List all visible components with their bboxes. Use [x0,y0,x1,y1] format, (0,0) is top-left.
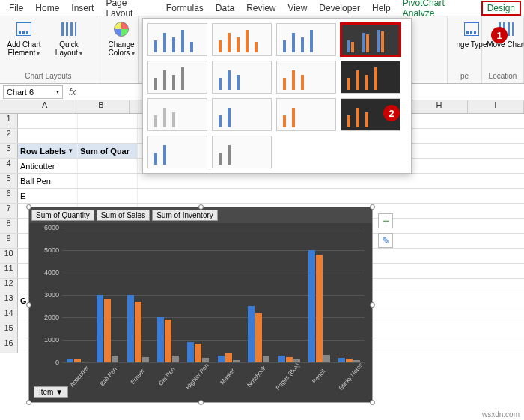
svg-rect-44 [154,153,157,165]
col-A[interactable]: A [17,100,73,113]
bar[interactable] [82,362,88,363]
axis-field-item[interactable]: Item ▼ [34,386,68,398]
field-sum-quantity[interactable]: Sum of Quantity [31,210,94,221]
cell[interactable]: Sum of Quar [78,144,138,158]
bar[interactable] [127,295,134,362]
bar[interactable] [263,356,269,362]
row-header[interactable]: 10 [0,249,18,263]
filter-dropdown-icon[interactable]: ▼ [67,147,73,154]
row-header[interactable]: 4 [0,159,18,173]
row-header[interactable]: 16 [0,338,18,353]
bar-group [335,228,365,362]
cell[interactable]: E [18,189,78,203]
cell[interactable] [78,129,138,143]
cell[interactable]: Row Labels ▼ [18,144,78,158]
tab-help[interactable]: Help [366,1,397,15]
tab-design[interactable]: Design [481,1,521,16]
svg-rect-42 [356,108,359,127]
chart-style-13[interactable] [147,136,207,168]
cell[interactable]: Ball Pen [18,174,78,188]
row-header[interactable]: 14 [0,308,18,323]
chart-style-3[interactable] [276,23,336,56]
bar[interactable] [316,255,323,362]
chart-style-7[interactable] [276,61,336,94]
bar[interactable] [157,317,164,362]
bar[interactable] [172,356,179,362]
tab-formulas[interactable]: Formulas [160,1,210,15]
cell[interactable]: Anticutter [18,159,78,173]
tab-file[interactable]: File [3,1,29,15]
row-header[interactable]: 8 [0,219,18,233]
bar[interactable] [248,306,255,362]
bar[interactable] [165,320,171,362]
bar[interactable] [278,356,285,362]
col-H[interactable]: H [411,100,467,113]
row-header[interactable]: 13 [0,293,18,308]
cell[interactable] [78,114,138,128]
row-header[interactable]: 5 [0,174,18,188]
tab-home[interactable]: Home [29,1,65,15]
bar[interactable] [255,313,262,362]
row-header[interactable]: 15 [0,323,18,338]
svg-rect-40 [292,108,295,127]
bar[interactable] [308,250,315,362]
tab-data[interactable]: Data [210,1,240,15]
tab-insert[interactable]: Insert [65,1,100,15]
tab-view[interactable]: View [282,1,314,15]
bar[interactable] [187,342,194,362]
row-header[interactable]: 9 [0,234,18,248]
bar[interactable] [233,360,240,362]
change-colors-button[interactable]: Change Colors [100,18,142,59]
bar[interactable] [346,359,353,362]
bar[interactable] [142,357,149,363]
bar[interactable] [112,356,118,362]
bar[interactable] [97,295,103,362]
row-header[interactable]: 6 [0,189,18,203]
row-header[interactable]: 2 [0,129,18,143]
bar[interactable] [67,359,73,363]
field-sum-inventory[interactable]: Sum of Inventory [152,210,218,221]
chart-elements-button[interactable]: ＋ [378,213,393,228]
chart-style-14[interactable] [212,136,272,168]
col-I[interactable]: I [468,100,524,113]
col-B[interactable]: B [73,100,130,113]
bar[interactable] [104,299,111,362]
chart-styles-button[interactable]: ✎ [378,233,393,248]
bar[interactable] [202,358,209,362]
row-header[interactable]: 7 [0,204,18,218]
row-header[interactable]: 11 [0,264,18,278]
cell[interactable] [78,159,138,173]
field-sum-sales[interactable]: Sum of Sales [97,210,150,221]
quick-layout-button[interactable]: Quick Layout [48,18,90,59]
chart-style-6[interactable] [212,61,272,94]
bar[interactable] [218,356,225,362]
chart-style-2[interactable] [212,23,272,56]
name-box[interactable]: Chart 6▾ [3,85,63,99]
bar[interactable] [74,359,81,362]
pivot-chart[interactable]: Sum of Quantity Sum of Sales Sum of Inve… [28,207,373,403]
bar[interactable] [323,355,330,363]
cell[interactable] [78,189,138,203]
chart-style-9[interactable] [147,98,207,131]
chart-style-8[interactable] [341,61,400,94]
chart-style-4[interactable] [341,23,400,56]
row-header[interactable]: 12 [0,279,18,293]
add-chart-element-button[interactable]: Add Chart Element [3,18,45,59]
bar[interactable] [338,358,345,362]
chart-style-11[interactable] [276,98,336,131]
fx-icon[interactable]: fx [69,87,76,97]
bar[interactable] [286,357,293,363]
bar[interactable] [135,302,141,362]
row-header[interactable]: 3 [0,144,18,158]
cell[interactable] [78,174,138,188]
bar[interactable] [195,344,201,363]
chart-style-5[interactable] [147,61,207,94]
chart-style-1[interactable] [147,23,207,56]
cell[interactable] [18,114,78,128]
chart-style-10[interactable] [212,98,272,131]
row-header[interactable]: 1 [0,114,18,128]
tab-review[interactable]: Review [240,1,281,15]
cell[interactable] [18,129,78,143]
bar[interactable] [225,353,232,362]
tab-developer[interactable]: Developer [313,1,366,15]
